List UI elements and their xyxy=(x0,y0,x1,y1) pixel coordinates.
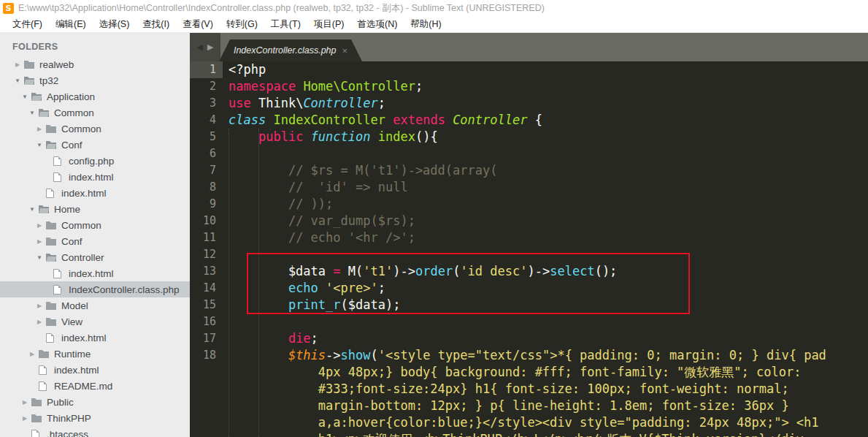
code-line[interactable]: margin-bottom: 12px; } p{ line-height: 1… xyxy=(190,398,868,414)
tree-folder-Model[interactable]: ▶Model xyxy=(0,297,190,314)
tree-folder-Home[interactable]: ▼Home xyxy=(0,201,190,217)
tree-file-README.md[interactable]: README.md xyxy=(0,378,190,394)
tree-file-index.html[interactable]: index.html xyxy=(0,362,190,378)
tree-file-index.html[interactable]: index.html xyxy=(0,265,190,281)
chevron-down-icon[interactable]: ▼ xyxy=(34,254,45,261)
code-line[interactable]: 18 $this->show('<style type="text/css">*… xyxy=(190,347,868,364)
code-text: echo '<pre>'; xyxy=(223,280,868,297)
tree-item-label: Runtime xyxy=(54,349,91,360)
menu-bar: 文件(F)编辑(E)选择(S)查找(I)查看(V)转到(G)工具(T)项目(P)… xyxy=(0,16,868,33)
code-line[interactable]: 4px 48px;} body{ background: #fff; font-… xyxy=(190,364,868,381)
tree-folder-Common[interactable]: ▼Common xyxy=(0,104,190,121)
code-line[interactable]: 10 // var_dump($rs); xyxy=(190,213,868,229)
folders-header: FOLDERS xyxy=(0,39,190,56)
code-line[interactable]: a,a:hover{color:blue;}</style><div style… xyxy=(190,414,868,431)
code-line[interactable]: 2namespace Home\Controller; xyxy=(190,78,868,95)
code-line[interactable]: h1><p>欢迎使用 <b>ThinkPHP</b>!</p><br/>版本 V… xyxy=(190,431,868,437)
tree-folder-Common[interactable]: ▶Common xyxy=(0,217,190,233)
code-line[interactable]: 8 // 'id' => null xyxy=(190,179,868,196)
menu-item[interactable]: 查看(V) xyxy=(176,16,220,33)
code-area[interactable]: 1<?php2namespace Home\Controller;3use Th… xyxy=(190,61,868,437)
tree-file-index.html[interactable]: index.html xyxy=(0,330,190,346)
tree-folder-Conf[interactable]: ▼Conf xyxy=(0,137,190,153)
code-line[interactable]: 17 die; xyxy=(190,330,868,347)
folder-icon xyxy=(45,316,58,327)
code-line[interactable]: 15 print_r($data); xyxy=(190,297,868,314)
folder-icon xyxy=(31,413,43,423)
line-number: 6 xyxy=(190,145,223,162)
tree-folder-realweb[interactable]: ▶realweb xyxy=(0,56,190,72)
chevron-right-icon[interactable]: ▶ xyxy=(34,222,45,229)
chevron-down-icon[interactable]: ▼ xyxy=(26,110,38,116)
tree-item-label: Common xyxy=(54,107,94,118)
chevron-right-icon[interactable]: ▶ xyxy=(34,319,45,325)
code-line[interactable]: 5 public function index(){ xyxy=(190,129,868,145)
tree-folder-Common[interactable]: ▶Common xyxy=(0,121,190,137)
tree-item-label: realweb xyxy=(39,59,74,70)
chevron-down-icon[interactable]: ▼ xyxy=(19,94,31,100)
chevron-down-icon[interactable]: ▼ xyxy=(34,142,45,148)
tab-active[interactable]: IndexController.class.php × xyxy=(219,39,362,61)
code-text: // 'id' => null xyxy=(223,179,868,196)
chevron-right-icon[interactable]: ▶ xyxy=(26,351,38,357)
chevron-right-icon[interactable]: ▶ xyxy=(34,303,45,309)
line-number: 2 xyxy=(190,78,223,95)
menu-item[interactable]: 工具(T) xyxy=(264,16,307,33)
tree-file-IndexController.class.php[interactable]: IndexController.class.php xyxy=(0,281,190,297)
chevron-right-icon[interactable]: ▶ xyxy=(34,238,45,245)
chevron-right-icon[interactable]: ▶ xyxy=(19,399,31,406)
menu-item[interactable]: 项目(P) xyxy=(307,16,351,33)
menu-item[interactable]: 首选项(N) xyxy=(351,16,404,33)
code-line[interactable]: 4class IndexController extends Controlle… xyxy=(190,112,868,129)
code-line[interactable]: 11 // echo '<hr />'; xyxy=(190,229,868,246)
tree-folder-View[interactable]: ▶View xyxy=(0,314,190,330)
tree-folder-Application[interactable]: ▼Application xyxy=(0,88,190,104)
menu-item[interactable]: 转到(G) xyxy=(220,16,264,33)
tree-file-index.html[interactable]: index.html xyxy=(0,185,190,201)
code-line[interactable]: 7 // $rs = M('t1')->add(array( xyxy=(190,162,868,179)
menu-item[interactable]: 编辑(E) xyxy=(49,16,93,33)
code-line[interactable]: 6 xyxy=(190,145,868,162)
tree-folder-Runtime[interactable]: ▶Runtime xyxy=(0,346,190,362)
code-line[interactable]: #333;font-size:24px} h1{ font-size: 100p… xyxy=(190,381,868,398)
code-text: 4px 48px;} body{ background: #fff; font-… xyxy=(223,364,868,381)
tree-file-index.html[interactable]: index.html xyxy=(0,169,190,185)
code-line[interactable]: 1<?php xyxy=(190,61,868,78)
line-number: 9 xyxy=(190,196,223,213)
chevron-right-icon[interactable]: ▶ xyxy=(12,61,23,68)
chevron-right-icon[interactable]: ▶ xyxy=(19,415,31,422)
menu-item[interactable]: 帮助(H) xyxy=(404,16,448,33)
menu-item[interactable]: 文件(F) xyxy=(6,16,49,33)
tree-folder-Controller[interactable]: ▼Controller xyxy=(0,249,190,265)
chevron-down-icon[interactable]: ▼ xyxy=(12,77,23,84)
tree-file-.htaccess[interactable]: .htaccess xyxy=(0,426,190,437)
chevron-down-icon[interactable]: ▼ xyxy=(26,206,38,213)
line-number: 13 xyxy=(190,263,223,280)
code-line[interactable]: 3use Think\Controller; xyxy=(190,95,868,112)
tree-folder-tp32[interactable]: ▼tp32 xyxy=(0,72,190,88)
menu-item[interactable]: 选择(S) xyxy=(93,16,137,33)
tree-item-label: View xyxy=(61,316,82,327)
line-number: 17 xyxy=(190,330,223,347)
tree-file-config.php[interactable]: config.php xyxy=(0,153,190,169)
chevron-right-icon[interactable]: ▶ xyxy=(34,126,45,132)
code-line[interactable]: 14 echo '<pre>'; xyxy=(190,280,868,297)
code-text xyxy=(223,145,868,162)
tab-close-icon[interactable]: × xyxy=(342,45,348,56)
file-icon xyxy=(38,365,50,376)
code-line[interactable]: 13 $data = M('t1')->order('id desc')->se… xyxy=(190,263,868,280)
code-line[interactable]: 16 xyxy=(190,314,868,330)
menu-item[interactable]: 查找(I) xyxy=(136,16,176,33)
tree-item-label: Common xyxy=(61,220,101,231)
code-line[interactable]: 9 // )); xyxy=(190,196,868,213)
tree-folder-ThinkPHP[interactable]: ▶ThinkPHP xyxy=(0,410,190,426)
line-number: 15 xyxy=(190,297,223,314)
nav-back-icon[interactable]: ◀ xyxy=(197,43,203,51)
folder-open-icon xyxy=(45,252,58,262)
code-line[interactable]: 12 xyxy=(190,246,868,263)
folder-icon xyxy=(45,236,58,246)
tree-folder-Conf[interactable]: ▶Conf xyxy=(0,233,190,249)
nav-forward-icon[interactable]: ▶ xyxy=(207,43,213,51)
code-text: $this->show('<style type="text/css">*{ p… xyxy=(223,347,868,364)
tree-folder-Public[interactable]: ▶Public xyxy=(0,394,190,410)
